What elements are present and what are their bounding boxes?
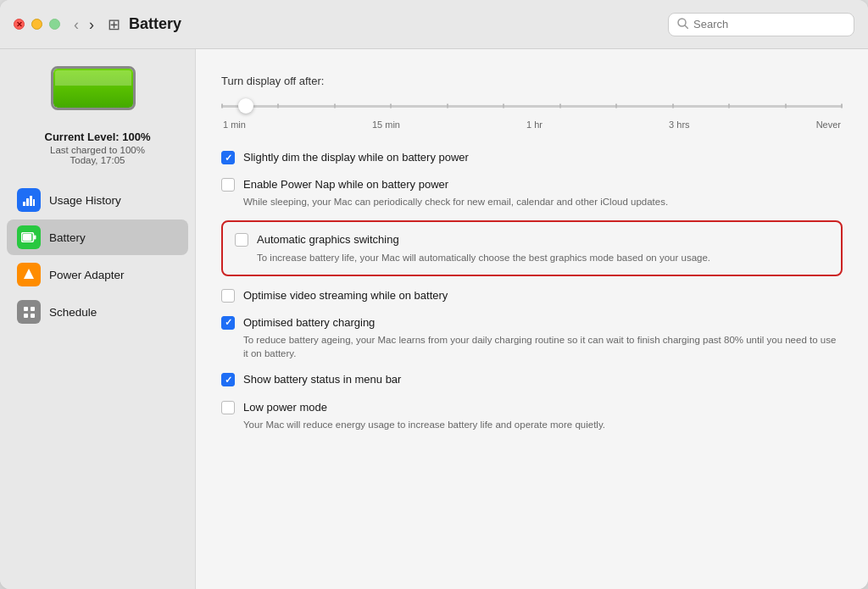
checkbox-power-nap-sublabel: While sleeping, your Mac can periodicall… [243,195,843,208]
svg-rect-2 [23,202,25,206]
checkbox-optimised-charging-sublabel: To reduce battery ageing, your Mac learn… [243,333,843,360]
checkbox-power-nap-label: Enable Power Nap while on battery power [243,177,843,192]
battery-icon [17,225,41,249]
slider-label-3hrs: 3 hrs [669,119,689,130]
titlebar: ✕ ‹ › ⊞ Battery [0,0,868,49]
checkbox-row-dim-display: Slightly dim the display while on batter… [221,150,843,165]
highlighted-section-auto-graphics: Automatic graphics switching To increase… [221,220,843,275]
slider-labels: 1 min 15 min 1 hr 3 hrs Never [221,119,843,130]
checkbox-optimised-charging[interactable] [221,316,235,330]
svg-rect-11 [31,307,35,311]
slider-label: Turn display off after: [221,75,843,87]
svg-line-1 [685,25,688,29]
search-icon [677,18,688,31]
tick [221,104,223,108]
checkbox-power-nap-content: Enable Power Nap while on battery power … [243,177,843,208]
maximize-button[interactable] [49,19,60,30]
tick [672,104,674,108]
checkbox-optimise-video-content: Optimise video streaming while on batter… [243,288,843,303]
checkbox-row-low-power: Low power mode Your Mac will reduce ener… [221,400,843,431]
schedule-icon [17,300,41,324]
checkbox-row-optimise-video: Optimise video streaming while on batter… [221,288,843,303]
search-box [668,13,854,36]
sidebar-item-battery-label: Battery [49,231,86,244]
slider-label-never: Never [816,119,841,130]
slider-container: Turn display off after: [221,75,843,130]
sidebar-item-battery[interactable]: Battery [7,219,188,255]
svg-rect-13 [31,314,35,318]
close-button[interactable]: ✕ [14,19,25,30]
window-title: Battery [129,15,668,33]
checkbox-show-status-content: Show battery status in menu bar [243,372,843,387]
checkbox-optimised-charging-content: Optimised battery charging To reduce bat… [243,315,843,360]
svg-rect-5 [33,199,35,206]
tick [559,104,561,108]
content-panel: Turn display off after: [195,49,868,589]
battery-info: Current Level: 100% Last charged to 100%… [45,131,151,165]
forward-arrow[interactable]: › [86,15,97,34]
search-input[interactable] [693,18,845,31]
slider-track[interactable] [221,97,843,114]
checkbox-dim-display-label: Slightly dim the display while on batter… [243,150,843,165]
checkbox-auto-graphics-sublabel: To increase battery life, your Mac will … [257,251,829,264]
grid-icon[interactable]: ⊞ [108,15,120,34]
slider-line [221,105,843,108]
checkbox-power-nap[interactable] [221,178,235,192]
checkbox-low-power[interactable] [221,401,235,414]
checkbox-auto-graphics[interactable] [235,233,248,247]
window-controls: ✕ [14,19,60,30]
battery-terminal [135,80,136,97]
checkbox-row-optimised-charging: Optimised battery charging To reduce bat… [221,315,843,360]
main-content: Current Level: 100% Last charged to 100%… [0,49,868,589]
checkbox-low-power-content: Low power mode Your Mac will reduce ener… [243,400,843,431]
sidebar-item-schedule[interactable]: Schedule [7,294,188,330]
svg-rect-12 [24,314,28,318]
current-level-text: Current Level: 100% [45,131,151,143]
checkbox-low-power-sublabel: Your Mac will reduce energy usage to inc… [243,418,843,431]
tick [277,104,279,108]
nav-arrows: ‹ › [70,15,97,34]
back-arrow[interactable]: ‹ [70,15,82,34]
tick [728,104,730,108]
checkbox-optimise-video[interactable] [221,289,235,303]
slider-thumb[interactable] [238,98,253,114]
checkbox-dim-display-content: Slightly dim the display while on batter… [243,150,843,165]
sidebar-item-power-adapter-label: Power Adapter [49,269,125,281]
checkbox-row-auto-graphics: Automatic graphics switching To increase… [235,232,829,264]
minimize-button[interactable] [31,19,42,30]
battery-image [51,66,144,117]
battery-body [51,66,136,110]
checkbox-auto-graphics-label: Automatic graphics switching [257,232,829,247]
svg-rect-8 [34,236,36,240]
svg-rect-7 [23,234,31,241]
tick [503,104,504,108]
sidebar-item-schedule-label: Schedule [49,306,97,319]
slider-label-1hr: 1 hr [526,119,542,130]
tick [785,104,787,108]
checkbox-show-status[interactable] [221,373,235,386]
tick [447,104,448,108]
svg-rect-4 [30,196,32,206]
sidebar-item-usage-history[interactable]: Usage History [7,182,188,218]
power-adapter-icon [17,263,41,286]
sidebar-item-power-adapter[interactable]: Power Adapter [7,257,188,292]
checkbox-row-power-nap: Enable Power Nap while on battery power … [221,177,843,208]
last-charged-text: Last charged to 100% [45,145,151,155]
sidebar-nav: Usage History Battery [0,182,195,331]
tick [334,104,336,108]
svg-marker-9 [24,269,34,279]
svg-rect-3 [26,198,29,206]
sidebar-item-usage-history-label: Usage History [49,194,121,207]
checkbox-row-show-status: Show battery status in menu bar [221,372,843,387]
tick [390,104,392,108]
slider-label-15min: 15 min [372,119,400,130]
main-window: ✕ ‹ › ⊞ Battery [0,0,868,589]
tick [841,104,843,108]
charge-date-text: Today, 17:05 [45,155,151,165]
sidebar: Current Level: 100% Last charged to 100%… [0,49,195,589]
checkbox-low-power-label: Low power mode [243,400,843,415]
checkbox-dim-display[interactable] [221,151,235,164]
checkbox-optimised-charging-label: Optimised battery charging [243,315,843,331]
slider-label-1min: 1 min [223,119,246,130]
tick [615,104,617,108]
